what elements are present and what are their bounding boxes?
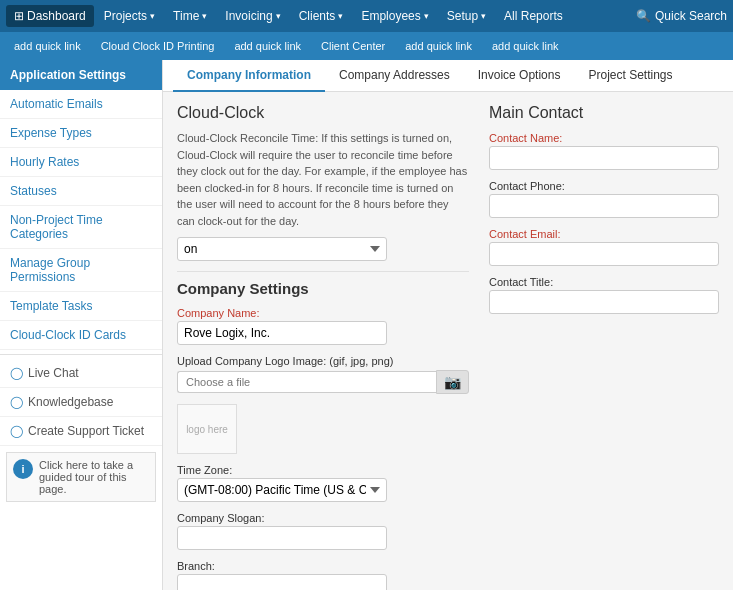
- sidebar-item-hourly-rates[interactable]: Hourly Rates: [0, 148, 162, 177]
- company-name-label: Company Name:: [177, 307, 469, 319]
- support-ticket-icon: ◯: [10, 424, 23, 438]
- slogan-group: Company Slogan:: [177, 512, 469, 550]
- tab-company-addresses[interactable]: Company Addresses: [325, 60, 464, 92]
- sidebar-item-manage-group-permissions[interactable]: Manage Group Permissions: [0, 249, 162, 292]
- timezone-group: Time Zone: (GMT-08:00) Pacific Time (US …: [177, 464, 469, 502]
- quicklink-5[interactable]: add quick link: [397, 38, 480, 54]
- nav-invoicing[interactable]: Invoicing ▾: [217, 5, 288, 27]
- chevron-down-icon: ▾: [150, 11, 155, 21]
- dashboard-icon: ⊞: [14, 9, 24, 23]
- sidebar: Application Settings Automatic Emails Ex…: [0, 60, 163, 590]
- search-area[interactable]: 🔍 Quick Search: [636, 9, 727, 23]
- sidebar-divider: [0, 354, 162, 355]
- slogan-input[interactable]: [177, 526, 387, 550]
- guided-tour-text: Click here to take a guided tour of this…: [39, 459, 149, 495]
- contact-email-input[interactable]: [489, 242, 719, 266]
- nav-all-reports[interactable]: All Reports: [496, 5, 571, 27]
- quick-links-bar: add quick link Cloud Clock ID Printing a…: [0, 32, 733, 60]
- content-right: Main Contact Contact Name: Contact Phone…: [489, 104, 719, 590]
- app-layout: Application Settings Automatic Emails Ex…: [0, 60, 733, 590]
- sidebar-support-ticket-label: Create Support Ticket: [28, 424, 144, 438]
- contact-name-label: Contact Name:: [489, 132, 719, 144]
- quicklink-client-center[interactable]: Client Center: [313, 38, 393, 54]
- section-divider: [177, 271, 469, 272]
- contact-phone-input[interactable]: [489, 194, 719, 218]
- tab-company-information[interactable]: Company Information: [173, 60, 325, 92]
- contact-phone-label: Contact Phone:: [489, 180, 719, 192]
- logo-preview-text: logo here: [186, 424, 228, 435]
- tabs-bar: Company Information Company Addresses In…: [163, 60, 733, 92]
- chevron-down-icon: ▾: [202, 11, 207, 21]
- contact-name-input[interactable]: [489, 146, 719, 170]
- nav-clients[interactable]: Clients ▾: [291, 5, 352, 27]
- upload-icon-button[interactable]: 📷: [436, 370, 469, 394]
- live-chat-icon: ◯: [10, 366, 23, 380]
- contact-title-group: Contact Title:: [489, 276, 719, 314]
- search-label: Quick Search: [655, 9, 727, 23]
- cloud-clock-toggle-group: on off: [177, 237, 469, 261]
- timezone-select[interactable]: (GMT-08:00) Pacific Time (US & Canada) (…: [177, 478, 387, 502]
- sidebar-live-chat-label: Live Chat: [28, 366, 79, 380]
- slogan-label: Company Slogan:: [177, 512, 469, 524]
- tab-project-settings[interactable]: Project Settings: [574, 60, 686, 92]
- chevron-down-icon: ▾: [481, 11, 486, 21]
- nav-invoicing-label: Invoicing: [225, 9, 272, 23]
- company-name-input[interactable]: [177, 321, 387, 345]
- contact-name-group: Contact Name:: [489, 132, 719, 170]
- sidebar-knowledgebase-label: Knowledgebase: [28, 395, 113, 409]
- upload-btn-row: 📷: [177, 370, 469, 394]
- sidebar-item-automatic-emails[interactable]: Automatic Emails: [0, 90, 162, 119]
- sidebar-item-expense-types[interactable]: Expense Types: [0, 119, 162, 148]
- branch-label: Branch:: [177, 560, 469, 572]
- quicklink-6[interactable]: add quick link: [484, 38, 567, 54]
- cloud-clock-title: Cloud-Clock: [177, 104, 469, 122]
- tour-icon: i: [13, 459, 33, 479]
- contact-title-input[interactable]: [489, 290, 719, 314]
- top-nav: ⊞ Dashboard Projects ▾ Time ▾ Invoicing …: [0, 0, 733, 32]
- nav-setup[interactable]: Setup ▾: [439, 5, 494, 27]
- sidebar-item-non-project-time[interactable]: Non-Project Time Categories: [0, 206, 162, 249]
- contact-phone-group: Contact Phone:: [489, 180, 719, 218]
- contact-title-label: Contact Title:: [489, 276, 719, 288]
- sidebar-item-live-chat[interactable]: ◯ Live Chat: [0, 359, 162, 388]
- nav-dashboard-label: Dashboard: [27, 9, 86, 23]
- cloud-clock-toggle[interactable]: on off: [177, 237, 387, 261]
- nav-projects[interactable]: Projects ▾: [96, 5, 163, 27]
- sidebar-item-create-support-ticket[interactable]: ◯ Create Support Ticket: [0, 417, 162, 446]
- upload-file-input[interactable]: [177, 371, 436, 393]
- logo-preview: logo here: [177, 404, 237, 454]
- upload-logo-label: Upload Company Logo Image: (gif, jpg, pn…: [177, 355, 469, 367]
- quicklink-cloud-clock[interactable]: Cloud Clock ID Printing: [93, 38, 223, 54]
- contact-email-group: Contact Email:: [489, 228, 719, 266]
- content-area: Cloud-Clock Cloud-Clock Reconcile Time: …: [163, 92, 733, 590]
- sidebar-item-cloud-clock-id[interactable]: Cloud-Clock ID Cards: [0, 321, 162, 350]
- chevron-down-icon: ▾: [338, 11, 343, 21]
- main-contact-title: Main Contact: [489, 104, 719, 122]
- timezone-label: Time Zone:: [177, 464, 469, 476]
- branch-input[interactable]: [177, 574, 387, 590]
- chevron-down-icon: ▾: [424, 11, 429, 21]
- guided-tour[interactable]: i Click here to take a guided tour of th…: [6, 452, 156, 502]
- cloud-clock-description: Cloud-Clock Reconcile Time: If this sett…: [177, 130, 469, 229]
- company-name-group: Company Name:: [177, 307, 469, 345]
- tab-invoice-options[interactable]: Invoice Options: [464, 60, 575, 92]
- nav-setup-label: Setup: [447, 9, 478, 23]
- nav-time[interactable]: Time ▾: [165, 5, 215, 27]
- sidebar-header: Application Settings: [0, 60, 162, 90]
- sidebar-item-template-tasks[interactable]: Template Tasks: [0, 292, 162, 321]
- branch-group: Branch:: [177, 560, 469, 590]
- nav-time-label: Time: [173, 9, 199, 23]
- nav-clients-label: Clients: [299, 9, 336, 23]
- sidebar-item-statuses[interactable]: Statuses: [0, 177, 162, 206]
- nav-dashboard[interactable]: ⊞ Dashboard: [6, 5, 94, 27]
- nav-all-reports-label: All Reports: [504, 9, 563, 23]
- nav-employees[interactable]: Employees ▾: [353, 5, 436, 27]
- upload-logo-section: Upload Company Logo Image: (gif, jpg, pn…: [177, 355, 469, 394]
- company-settings-title: Company Settings: [177, 280, 469, 297]
- quicklink-3[interactable]: add quick link: [226, 38, 309, 54]
- main-content: Company Information Company Addresses In…: [163, 60, 733, 590]
- nav-projects-label: Projects: [104, 9, 147, 23]
- sidebar-item-knowledgebase[interactable]: ◯ Knowledgebase: [0, 388, 162, 417]
- search-icon: 🔍: [636, 9, 651, 23]
- quicklink-1[interactable]: add quick link: [6, 38, 89, 54]
